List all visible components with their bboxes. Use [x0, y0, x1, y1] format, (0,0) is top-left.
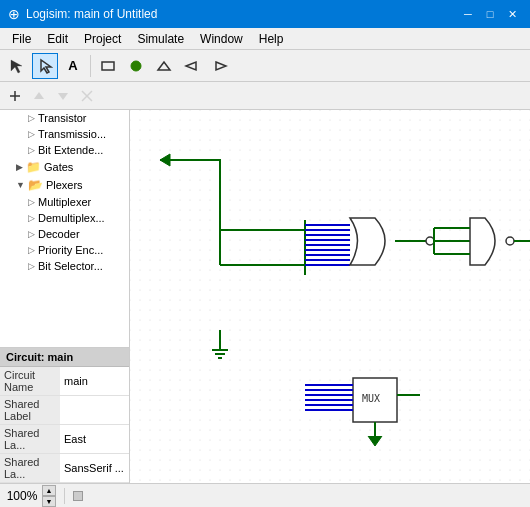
text-tool[interactable]: A	[60, 53, 86, 79]
prop-label-shared-la1: Shared La...	[0, 425, 60, 454]
properties-panel: Circuit: main Circuit Name main Shared L…	[0, 347, 129, 483]
svg-marker-2	[158, 62, 170, 70]
component-tree: ▷ Transistor ▷ Transmissio... ▷ Bit Exte…	[0, 110, 129, 347]
tree-item-gates[interactable]: ▶ 📁 Gates	[0, 158, 129, 176]
properties-table: Circuit Name main Shared Label Shared La…	[0, 367, 129, 483]
comp-icon: ▷	[28, 245, 35, 255]
prop-label-shared-la2: Shared La...	[0, 454, 60, 483]
expand-icon: ▶	[16, 162, 23, 172]
prop-row-shared-label: Shared Label	[0, 396, 129, 425]
title-bar: ⊕ Logisim: main of Untitled ─ □ ✕	[0, 0, 530, 28]
tri2-tool[interactable]	[179, 53, 205, 79]
folder-icon: 📁	[26, 160, 41, 174]
circle-tool[interactable]	[123, 53, 149, 79]
component-toolbar	[0, 82, 530, 110]
tree-item-transistor[interactable]: ▷ Transistor	[0, 110, 129, 126]
minimize-button[interactable]: ─	[458, 4, 478, 24]
main-toolbar: A	[0, 50, 530, 82]
tree-item-priority-encoder[interactable]: ▷ Priority Enc...	[0, 242, 129, 258]
up-button[interactable]	[28, 85, 50, 107]
menu-file[interactable]: File	[4, 30, 39, 48]
svg-marker-4	[216, 62, 226, 70]
pointer-tool[interactable]	[4, 53, 30, 79]
select-tool[interactable]	[32, 53, 58, 79]
tree-label: Bit Selector...	[38, 260, 103, 272]
prop-value-circuit-name[interactable]: main	[60, 367, 129, 396]
circuit-canvas[interactable]: MUX	[130, 110, 530, 483]
tree-item-decoder[interactable]: ▷ Decoder	[0, 226, 129, 242]
svg-marker-7	[34, 92, 44, 99]
tree-label: Decoder	[38, 228, 80, 240]
tree-label: Priority Enc...	[38, 244, 103, 256]
menu-simulate[interactable]: Simulate	[129, 30, 192, 48]
status-bar: 100% ▲ ▼	[0, 483, 530, 507]
tree-item-transmission[interactable]: ▷ Transmissio...	[0, 126, 129, 142]
svg-point-1	[131, 61, 141, 71]
menu-bar: File Edit Project Simulate Window Help	[0, 28, 530, 50]
tree-item-bit-selector[interactable]: ▷ Bit Selector...	[0, 258, 129, 274]
svg-text:MUX: MUX	[362, 393, 380, 404]
tri1-tool[interactable]	[151, 53, 177, 79]
svg-marker-8	[58, 93, 68, 100]
menu-project[interactable]: Project	[76, 30, 129, 48]
menu-edit[interactable]: Edit	[39, 30, 76, 48]
tri3-tool[interactable]	[207, 53, 233, 79]
comp-icon: ▷	[28, 145, 35, 155]
delete-button[interactable]	[76, 85, 98, 107]
svg-point-31	[426, 237, 434, 245]
properties-header: Circuit: main	[0, 348, 129, 367]
prop-label-circuit-name: Circuit Name	[0, 367, 60, 396]
tree-label: Demultiplex...	[38, 212, 105, 224]
tree-label: Multiplexer	[38, 196, 91, 208]
rect-tool[interactable]	[95, 53, 121, 79]
zoom-control: 100% ▲ ▼	[4, 485, 56, 507]
tree-item-multiplexer[interactable]: ▷ Multiplexer	[0, 194, 129, 210]
comp-icon: ▷	[28, 129, 35, 139]
comp-icon: ▷	[28, 213, 35, 223]
down-button[interactable]	[52, 85, 74, 107]
svg-marker-3	[186, 62, 196, 70]
prop-value-shared-label[interactable]	[60, 396, 129, 425]
status-indicator	[73, 491, 83, 501]
tree-label: Gates	[44, 161, 73, 173]
zoom-up-button[interactable]: ▲	[42, 485, 56, 496]
window-title: Logisim: main of Untitled	[26, 7, 157, 21]
prop-row-shared-la2: Shared La... SansSerif ...	[0, 454, 129, 483]
prop-label-shared-label: Shared Label	[0, 396, 60, 425]
tree-item-plexers[interactable]: ▼ 📂 Plexers	[0, 176, 129, 194]
sidebar: ▷ Transistor ▷ Transmissio... ▷ Bit Exte…	[0, 110, 130, 483]
tree-label: Transmissio...	[38, 128, 106, 140]
prop-value-shared-la2[interactable]: SansSerif ...	[60, 454, 129, 483]
comp-icon: ▷	[28, 229, 35, 239]
expand-icon: ▼	[16, 180, 25, 190]
prop-row-circuit-name: Circuit Name main	[0, 367, 129, 396]
tree-item-bit-extender[interactable]: ▷ Bit Extende...	[0, 142, 129, 158]
svg-rect-15	[130, 110, 530, 483]
close-button[interactable]: ✕	[502, 4, 522, 24]
zoom-down-button[interactable]: ▼	[42, 496, 56, 507]
svg-rect-0	[102, 62, 114, 70]
status-separator	[64, 488, 65, 504]
zoom-level: 100%	[4, 489, 40, 503]
tree-label: Transistor	[38, 112, 87, 124]
menu-help[interactable]: Help	[251, 30, 292, 48]
menu-window[interactable]: Window	[192, 30, 251, 48]
prop-row-shared-la1: Shared La... East	[0, 425, 129, 454]
add-button[interactable]	[4, 85, 26, 107]
tree-item-demultiplexer[interactable]: ▷ Demultiplex...	[0, 210, 129, 226]
tree-label: Plexers	[46, 179, 83, 191]
app-icon: ⊕	[8, 6, 20, 22]
maximize-button[interactable]: □	[480, 4, 500, 24]
comp-icon: ▷	[28, 261, 35, 271]
zoom-spinner: ▲ ▼	[42, 485, 56, 507]
tree-label: Bit Extende...	[38, 144, 103, 156]
svg-point-33	[506, 237, 514, 245]
comp-icon: ▷	[28, 113, 35, 123]
canvas-area[interactable]: MUX	[130, 110, 530, 483]
folder-icon-open: 📂	[28, 178, 43, 192]
comp-icon: ▷	[28, 197, 35, 207]
main-area: ▷ Transistor ▷ Transmissio... ▷ Bit Exte…	[0, 110, 530, 483]
prop-value-shared-la1[interactable]: East	[60, 425, 129, 454]
